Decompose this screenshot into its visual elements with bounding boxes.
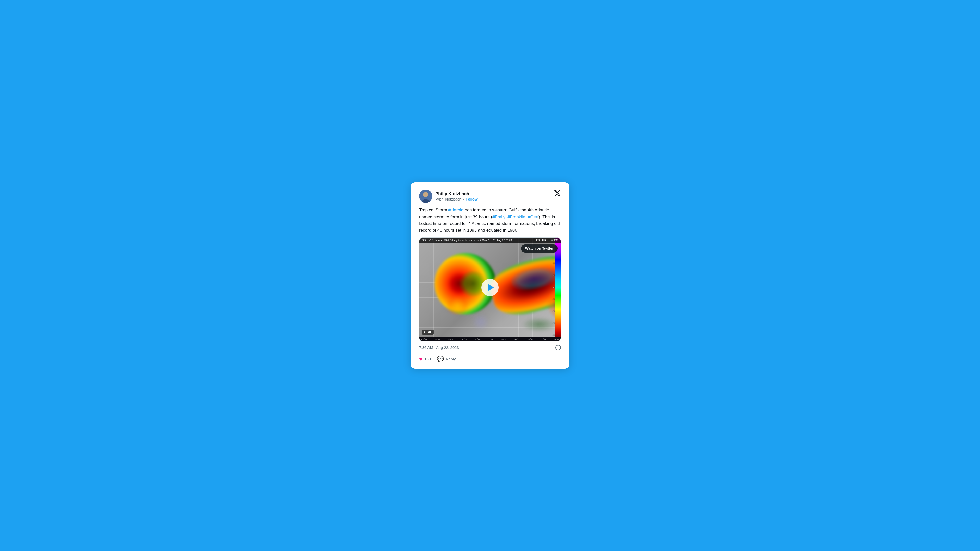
media-header-bar: GOES-16 Channel 13 (IR) Brightness Tempe… xyxy=(419,238,561,243)
tweet-actions: ♥ 153 💬 Reply xyxy=(419,354,561,362)
satellite-bottom-axis: 100°W 99°W 98°W 97°W 96°W 95°W 94°W 93°W… xyxy=(419,337,561,341)
media-header-text: GOES-16 Channel 13 (IR) Brightness Tempe… xyxy=(422,239,512,241)
satellite-image: 0 -10 -20 -30 -40 -50 -60 -70 -80 GIF xyxy=(419,238,561,337)
reply-label: Reply xyxy=(446,357,455,361)
tweet-timestamp-row: 7:36 AM · Aug 22, 2023 i xyxy=(419,345,561,351)
scale-label-60: -60 xyxy=(550,310,555,312)
hashtag-franklin[interactable]: #Franklin xyxy=(508,214,525,219)
media-source-text: TROPICALTIDBITS.COM xyxy=(529,239,558,241)
gif-badge: GIF xyxy=(422,330,434,335)
hashtag-gert[interactable]: #Gert xyxy=(528,214,539,219)
scale-label-80: -80 xyxy=(550,334,555,336)
axis-label-9: 91°W xyxy=(541,338,546,340)
tweet-text: Tropical Storm #Harold has formed in wes… xyxy=(419,207,561,233)
axis-label-2: 98°W xyxy=(449,338,453,340)
cloud-blob-5 xyxy=(470,314,491,330)
axis-label-4: 96°W xyxy=(475,338,480,340)
scale-labels: 0 -10 -20 -30 -40 -50 -60 -70 -80 xyxy=(550,238,555,337)
cloud-blob-7 xyxy=(445,297,470,314)
tweet-header: Philip Klotzbach @philklotzbach · Follow xyxy=(419,189,561,203)
separator-dot: · xyxy=(463,197,464,201)
color-scale-bar xyxy=(555,238,561,337)
axis-label-7: 93°W xyxy=(514,338,520,340)
gif-label: GIF xyxy=(427,330,432,334)
follow-button[interactable]: Follow xyxy=(466,197,478,201)
gif-play-icon xyxy=(424,331,426,333)
hashtag-harold[interactable]: #Harold xyxy=(449,208,464,213)
axis-label-1: 99°W xyxy=(435,338,440,340)
user-handle-row: @philklotzbach · Follow xyxy=(435,197,478,201)
avatar xyxy=(419,189,432,203)
x-logo-icon xyxy=(554,189,561,197)
reply-action[interactable]: 💬 Reply xyxy=(437,356,455,362)
grid-line-h xyxy=(419,252,555,253)
svg-point-1 xyxy=(423,192,428,197)
scale-label-40: -40 xyxy=(550,286,555,288)
tweet-header-left: Philip Klotzbach @philklotzbach · Follow xyxy=(419,189,478,203)
like-action[interactable]: ♥ 153 xyxy=(419,356,431,362)
axis-label-8: 92°W xyxy=(528,338,533,340)
tweet-card: Philip Klotzbach @philklotzbach · Follow… xyxy=(411,183,569,368)
axis-label-3: 97°W xyxy=(462,338,467,340)
hashtag-emily[interactable]: #Emily xyxy=(492,214,505,219)
axis-label-0: 100°W xyxy=(421,338,427,340)
comment-icon: 💬 xyxy=(437,356,444,362)
watch-on-twitter-button[interactable]: Watch on Twitter xyxy=(521,245,558,252)
user-name: Philip Klotzbach xyxy=(435,191,478,197)
media-container: GOES-16 Channel 13 (IR) Brightness Tempe… xyxy=(419,238,561,341)
play-icon xyxy=(488,284,494,291)
user-info: Philip Klotzbach @philklotzbach · Follow xyxy=(435,191,478,201)
scale-label-30: -30 xyxy=(550,275,555,276)
info-icon[interactable]: i xyxy=(555,345,561,351)
scale-label-20: -20 xyxy=(550,262,555,264)
tweet-timestamp: 7:36 AM · Aug 22, 2023 xyxy=(419,345,459,350)
grid-line-h xyxy=(419,312,555,313)
likes-count: 153 xyxy=(425,357,431,361)
heart-icon: ♥ xyxy=(419,356,422,362)
axis-label-10: 90°W xyxy=(554,338,559,340)
axis-label-5: 95°W xyxy=(488,338,493,340)
axis-label-6: 94°W xyxy=(501,338,506,340)
scale-label-50: -50 xyxy=(550,299,555,300)
grid-line-v xyxy=(433,238,434,337)
play-button[interactable] xyxy=(481,279,499,296)
scale-label-70: -70 xyxy=(550,322,555,324)
user-handle: @philklotzbach xyxy=(435,197,461,201)
